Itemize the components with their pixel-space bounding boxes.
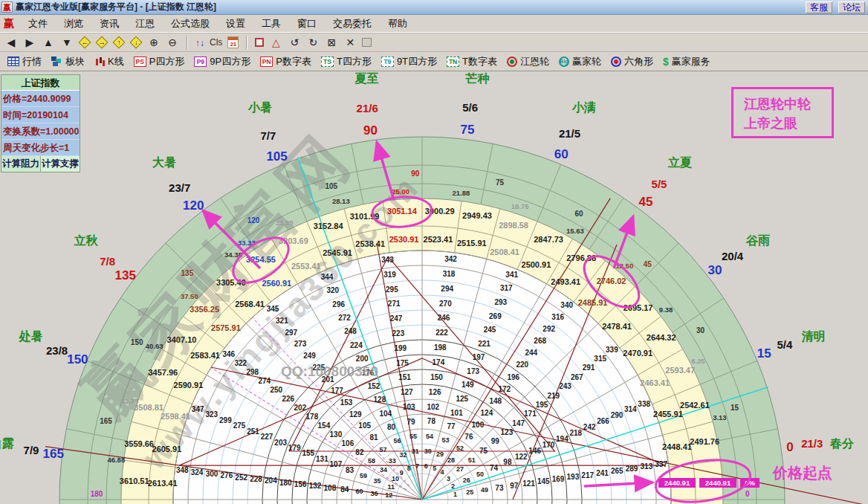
svg-text:248: 248 xyxy=(344,327,357,335)
svg-text:56: 56 xyxy=(393,437,401,445)
svg-text:97: 97 xyxy=(510,482,519,490)
calc-support-button[interactable]: 计算支撑 xyxy=(41,156,80,172)
menu-item-文件[interactable]: 文件 xyxy=(20,15,56,32)
ribbon-item-赢家轮[interactable]: Big赢家轮 xyxy=(556,55,604,68)
menu-item-公式选股[interactable]: 公式选股 xyxy=(163,15,218,32)
scale-updown-icon[interactable]: ↑↓ xyxy=(195,36,204,49)
svg-text:103: 103 xyxy=(403,403,415,411)
svg-text:172: 172 xyxy=(498,385,511,393)
nav-up-icon[interactable]: ▲ xyxy=(42,36,55,48)
svg-text:127: 127 xyxy=(401,388,413,396)
ribbon-label: P数字表 xyxy=(276,55,311,68)
svg-text:129: 129 xyxy=(349,410,362,419)
svg-text:芒种: 芒种 xyxy=(464,72,489,85)
svg-text:290: 290 xyxy=(611,411,624,419)
svg-text:107: 107 xyxy=(330,460,343,468)
box-x-icon[interactable]: ⊠ xyxy=(325,36,338,48)
svg-text:59: 59 xyxy=(360,472,367,479)
nav-forward-icon[interactable]: ▶ xyxy=(23,36,36,48)
svg-text:76: 76 xyxy=(464,433,473,441)
target-blue-icon xyxy=(611,56,621,67)
calendar-icon[interactable]: 21 xyxy=(227,36,239,48)
ribbon-item-T数字表[interactable]: TNT数字表 xyxy=(444,55,500,68)
forum-button[interactable]: 论坛 xyxy=(838,1,865,13)
menu-item-帮助[interactable]: 帮助 xyxy=(380,15,415,32)
zoom-in-icon[interactable]: ⊕ xyxy=(147,36,161,48)
svg-text:299: 299 xyxy=(219,416,232,424)
svg-text:2515.91: 2515.91 xyxy=(457,239,487,248)
panel-row-1: 时间=20190104 xyxy=(1,107,80,123)
svg-text:2440.91: 2440.91 xyxy=(664,479,690,487)
menu-item-设置[interactable]: 设置 xyxy=(218,15,253,32)
menu-item-资讯[interactable]: 资讯 xyxy=(91,15,127,32)
cut-cross-icon[interactable]: ✕ xyxy=(343,36,357,48)
svg-text:82: 82 xyxy=(355,448,364,456)
menu-item-工具[interactable]: 工具 xyxy=(253,15,289,32)
svg-text:40.63: 40.63 xyxy=(146,342,163,350)
svg-text:26: 26 xyxy=(463,476,470,484)
ribbon-item-行情[interactable]: 行情 xyxy=(4,55,45,68)
svg-text:217: 217 xyxy=(581,471,594,479)
ribbon-item-9T四方形[interactable]: T99T四方形 xyxy=(378,55,440,68)
ribbon-item-P四方形[interactable]: PSP四方形 xyxy=(131,55,188,68)
zoom-out-icon[interactable]: ⊖ xyxy=(166,36,179,48)
ribbon-label: 六角形 xyxy=(624,55,653,68)
gann-wheel-chart-area[interactable]: 赢家财富网www.yingjia360.com12345678910111225… xyxy=(0,71,868,504)
svg-text:2538.41: 2538.41 xyxy=(355,239,385,248)
ribbon-item-赢家服务[interactable]: $赢家服务 xyxy=(660,55,713,68)
svg-text:175: 175 xyxy=(396,359,409,367)
customer-service-button[interactable]: 客服 xyxy=(806,1,832,13)
svg-text:12: 12 xyxy=(385,491,392,499)
menu-item-浏览[interactable]: 浏览 xyxy=(56,15,91,32)
svg-text:28.13: 28.13 xyxy=(332,197,350,205)
menu-item-江恩[interactable]: 江恩 xyxy=(127,15,163,32)
svg-text:23/7: 23/7 xyxy=(169,181,190,194)
rotate-ccw-icon[interactable]: ↺ xyxy=(288,36,301,48)
ribbon-item-9P四方形[interactable]: P99P四方形 xyxy=(191,55,253,68)
svg-text:220: 220 xyxy=(516,361,528,369)
svg-text:132: 132 xyxy=(309,482,322,490)
nav-down-icon[interactable]: ▼ xyxy=(60,36,74,48)
svg-text:293: 293 xyxy=(494,298,507,306)
svg-text:194: 194 xyxy=(556,435,569,443)
panel-row-0: 价格=2440.9099 xyxy=(1,91,80,107)
svg-text:3559.66: 3559.66 xyxy=(124,439,154,448)
svg-text:9.38: 9.38 xyxy=(659,306,673,314)
menu-item-窗口[interactable]: 窗口 xyxy=(289,15,325,32)
svg-text:219: 219 xyxy=(547,392,560,400)
diamond-right-icon[interactable]: → xyxy=(96,36,108,49)
svg-text:150: 150 xyxy=(67,352,88,366)
svg-text:121: 121 xyxy=(522,479,535,488)
svg-text:25.00: 25.00 xyxy=(392,187,409,196)
menu-item-交易委托[interactable]: 交易委托 xyxy=(325,15,380,32)
ribbon-item-T四方形[interactable]: TST四方形 xyxy=(318,55,375,68)
svg-text:149: 149 xyxy=(461,381,474,389)
shape-triangle-icon[interactable]: △ xyxy=(269,36,282,48)
nav-back-icon[interactable]: ◀ xyxy=(4,36,18,48)
diamond-up-icon[interactable]: ↑ xyxy=(113,36,126,49)
ribbon-item-K线[interactable]: K线 xyxy=(91,55,127,68)
svg-text:135: 135 xyxy=(115,268,136,282)
menu-logo-icon: 赢 xyxy=(0,17,20,30)
svg-text:126: 126 xyxy=(429,388,441,396)
clear-box-icon[interactable] xyxy=(362,38,372,47)
ribbon-item-江恩轮[interactable]: 江恩轮 xyxy=(504,55,552,68)
rotate-cw-icon[interactable]: ↻ xyxy=(306,36,320,48)
svg-text:2949.43: 2949.43 xyxy=(462,211,492,220)
svg-text:2478.41: 2478.41 xyxy=(602,322,632,331)
ribbon-item-P数字表[interactable]: PNP数字表 xyxy=(257,55,314,68)
calc-resistance-button[interactable]: 计算阻力 xyxy=(1,156,41,172)
svg-text:174: 174 xyxy=(433,358,445,366)
svg-text:131: 131 xyxy=(316,455,328,463)
svg-text:2898.58: 2898.58 xyxy=(499,221,528,230)
diamond-left-icon[interactable]: ← xyxy=(79,36,91,49)
shape-square-icon[interactable] xyxy=(255,38,264,47)
diamond-down-icon[interactable]: ↓ xyxy=(130,36,143,49)
cls-icon[interactable]: Cls xyxy=(210,37,222,48)
ribbon-item-六角形[interactable]: 六角形 xyxy=(608,55,656,68)
svg-text:21.88: 21.88 xyxy=(453,189,470,197)
ribbon-item-板块[interactable]: 板块 xyxy=(48,55,88,68)
svg-text:36: 36 xyxy=(370,490,378,497)
svg-text:10: 10 xyxy=(392,475,399,482)
svg-text:32: 32 xyxy=(399,451,407,459)
